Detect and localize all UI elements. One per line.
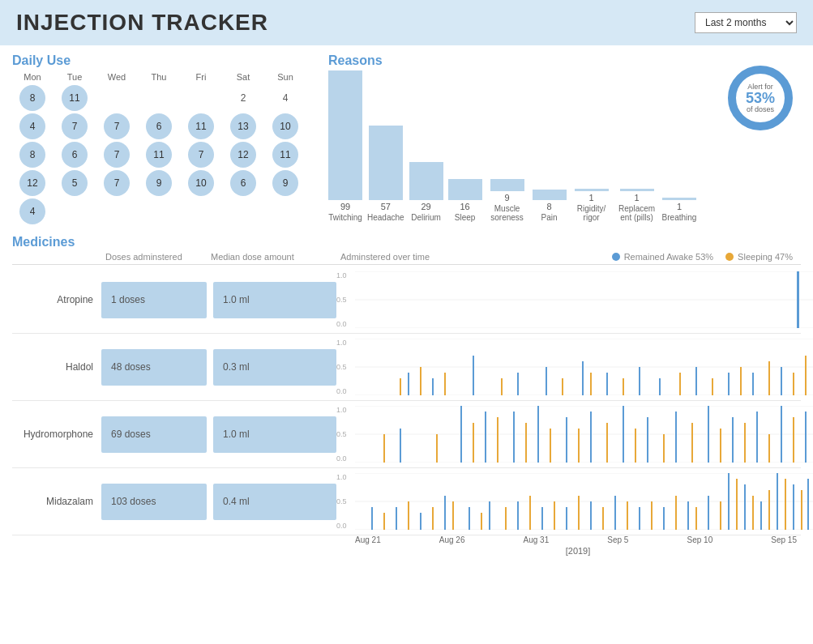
day-mon: Mon — [12, 72, 53, 82]
svg-rect-86 — [529, 496, 531, 530]
cal-cell: 5 — [54, 170, 95, 196]
calendar: Mon Tue Wed Thu Fri Sat Sun 8 11 2 4 — [12, 72, 320, 224]
year-label: [2019] — [355, 546, 801, 556]
svg-rect-89 — [566, 507, 567, 530]
day-sat: Sat — [223, 72, 263, 82]
svg-rect-66 — [781, 406, 782, 463]
svg-rect-65 — [768, 434, 770, 463]
cal-row-2: 4 7 7 6 11 13 10 — [12, 113, 320, 139]
svg-rect-51 — [578, 429, 580, 463]
cal-cell: 10 — [181, 170, 221, 196]
cal-cell: 11 — [139, 142, 179, 168]
svg-rect-107 — [760, 501, 762, 530]
svg-rect-5 — [797, 271, 799, 328]
svg-rect-85 — [517, 501, 519, 530]
cal-row-3: 8 6 7 11 7 12 11 — [12, 142, 320, 168]
svg-rect-103 — [728, 473, 730, 530]
svg-rect-32 — [781, 367, 782, 395]
cal-cell: 7 — [181, 142, 221, 168]
timeline-sep5: Sep 5 — [607, 535, 628, 544]
cal-cell: 9 — [139, 170, 179, 196]
svg-rect-75 — [396, 507, 397, 530]
cal-cell: 4 — [265, 85, 306, 111]
cal-cell — [96, 198, 137, 224]
svg-rect-83 — [489, 501, 490, 530]
reason-replacement: 1 Replacement (pills) — [617, 189, 657, 222]
svg-rect-42 — [460, 406, 462, 463]
med-doses-hydromorphone: 69 doses — [101, 416, 207, 453]
cal-cell: 7 — [96, 170, 137, 196]
med-amount-hydromorphone: 1.0 ml — [213, 416, 336, 453]
timeline-aug31: Aug 31 — [524, 535, 550, 544]
reasons-chart: 99 Twitching 57 Headache 29 Delirium 16 … — [328, 72, 712, 222]
med-amount-haldol: 0.3 ml — [213, 349, 336, 386]
cal-cell — [96, 85, 137, 111]
svg-rect-46 — [513, 412, 515, 463]
cal-cell — [223, 198, 263, 224]
svg-rect-61 — [720, 429, 721, 463]
svg-rect-62 — [732, 417, 734, 463]
day-tue: Tue — [54, 72, 95, 82]
svg-rect-82 — [481, 513, 482, 530]
legend-awake: Remained Awake 53% — [612, 252, 713, 262]
med-row-atropine: Atropine 1 doses 1.0 ml 1.0 0.5 0.0 — [12, 267, 801, 334]
med-amount-atropine: 1.0 ml — [213, 282, 336, 318]
svg-rect-84 — [505, 507, 507, 530]
svg-rect-80 — [452, 501, 454, 530]
daily-use-panel: Daily Use Mon Tue Wed Thu Fri Sat Sun 8 … — [12, 53, 320, 227]
svg-rect-40 — [400, 429, 401, 463]
svg-rect-24 — [659, 378, 661, 395]
cal-header: Mon Tue Wed Thu Fri Sat Sun — [12, 72, 320, 82]
svg-rect-104 — [736, 479, 738, 530]
cal-row-5: 4 — [12, 198, 320, 224]
cal-row-4: 12 5 7 9 10 6 9 — [12, 170, 320, 196]
svg-rect-58 — [675, 412, 677, 463]
med-chart-haldol: 1.0 0.5 0.0 — [336, 339, 813, 395]
cal-cell: 11 — [181, 113, 221, 139]
reason-breathing: 1 Breathing — [662, 198, 697, 222]
timeframe-select[interactable]: Last 2 months Last month Last 3 months — [695, 12, 797, 33]
legend-sleep: Sleeping 47% — [725, 252, 793, 262]
reason-pain: 8 Pain — [533, 190, 567, 222]
svg-rect-77 — [420, 513, 421, 530]
svg-rect-73 — [371, 507, 373, 530]
svg-rect-26 — [695, 367, 697, 395]
cal-cell — [139, 198, 179, 224]
svg-rect-13 — [444, 373, 446, 395]
med-doses-midazalam: 103 doses — [101, 484, 207, 520]
svg-rect-25 — [679, 373, 681, 395]
svg-rect-112 — [801, 490, 802, 530]
svg-rect-29 — [740, 367, 742, 395]
svg-rect-87 — [541, 507, 543, 530]
svg-rect-111 — [793, 484, 794, 530]
cal-cell — [181, 85, 221, 111]
svg-rect-21 — [606, 373, 608, 395]
svg-rect-44 — [485, 412, 486, 463]
svg-rect-74 — [383, 513, 385, 530]
svg-rect-95 — [639, 507, 640, 530]
svg-rect-39 — [383, 434, 385, 463]
svg-rect-52 — [590, 412, 592, 463]
med-name-midazalam: Midazalam — [12, 496, 101, 507]
svg-rect-20 — [590, 373, 592, 395]
med-name-atropine: Atropine — [12, 294, 101, 305]
reasons-panel: Reasons 99 Twitching 57 Headache 29 Deli… — [328, 53, 712, 227]
col-amount-header: Median dose amount — [207, 252, 336, 262]
svg-rect-11 — [420, 367, 421, 395]
svg-rect-34 — [805, 356, 807, 395]
svg-rect-48 — [537, 406, 539, 463]
svg-rect-106 — [752, 496, 754, 530]
alert-panel: Alert for 53% of doses — [720, 53, 801, 227]
svg-rect-19 — [582, 361, 584, 395]
med-doses-atropine: 1 doses — [101, 282, 207, 318]
svg-rect-28 — [728, 373, 730, 395]
svg-rect-54 — [623, 406, 624, 463]
svg-rect-109 — [777, 473, 778, 530]
med-amount-midazalam: 0.4 ml — [213, 484, 336, 520]
svg-rect-27 — [712, 378, 713, 395]
cal-row-1: 8 11 2 4 — [12, 85, 320, 111]
svg-rect-55 — [635, 429, 636, 463]
svg-rect-93 — [614, 496, 616, 530]
col-headers-row: Doses adminstered Median dose amount Adm… — [12, 252, 801, 265]
alert-percent: 53% — [746, 91, 775, 105]
